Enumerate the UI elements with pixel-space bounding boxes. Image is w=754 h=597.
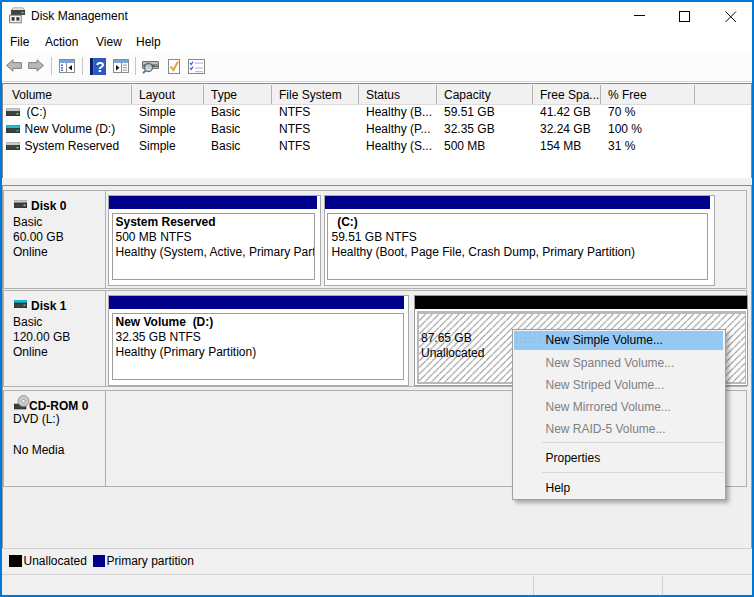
svg-text:?: ? [95, 58, 104, 75]
